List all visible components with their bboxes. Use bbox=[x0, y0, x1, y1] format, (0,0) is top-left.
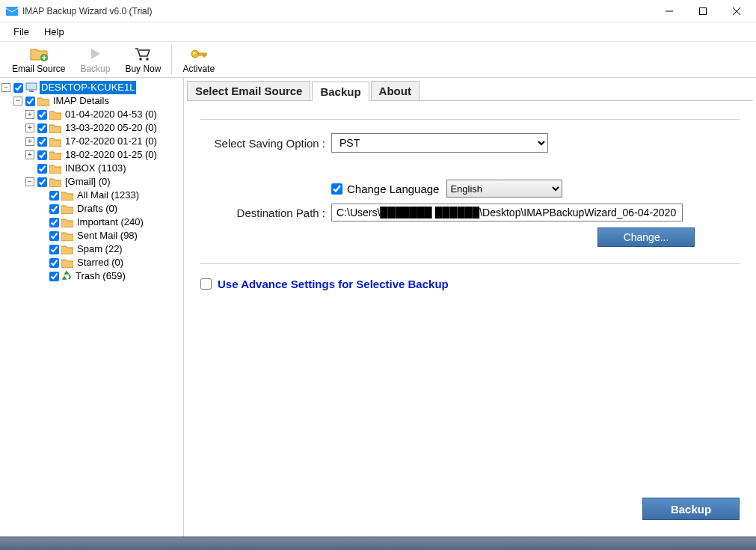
tree-folder-node[interactable]: Trash (659) bbox=[37, 269, 182, 283]
language-select[interactable]: English bbox=[446, 180, 562, 198]
play-icon bbox=[88, 46, 102, 62]
folder-icon bbox=[61, 218, 73, 227]
tree-imap-details[interactable]: − IMAP Details bbox=[13, 94, 182, 108]
tree-folder-node[interactable]: Drafts (0) bbox=[37, 202, 182, 216]
tree-folder-node[interactable]: All Mail (1233) bbox=[37, 189, 182, 202]
advance-settings-link[interactable]: Use Advance Settings for Selective Backu… bbox=[218, 278, 449, 290]
menu-help[interactable]: Help bbox=[37, 23, 72, 40]
folder-icon bbox=[61, 204, 73, 214]
expand-icon[interactable]: + bbox=[25, 137, 34, 146]
maximize-button[interactable] bbox=[686, 1, 719, 22]
svg-rect-12 bbox=[26, 83, 37, 90]
tree-checkbox[interactable] bbox=[49, 218, 59, 227]
tree-gmail-node[interactable]: −[Gmail] (0) bbox=[25, 175, 182, 189]
tree-folder-node[interactable]: +01-04-2020 04-53 (0) bbox=[25, 108, 182, 121]
tree-checkbox[interactable] bbox=[49, 258, 59, 268]
computer-icon bbox=[25, 82, 37, 93]
tree-folder-node[interactable]: Important (240) bbox=[37, 216, 182, 229]
folder-icon bbox=[49, 164, 61, 174]
tab-backup[interactable]: Backup bbox=[312, 82, 369, 101]
key-icon bbox=[190, 46, 208, 62]
content-panel: Select Email Source Backup About Select … bbox=[184, 78, 756, 537]
tree-checkbox[interactable] bbox=[37, 110, 47, 120]
svg-rect-0 bbox=[6, 7, 18, 16]
tab-select-email-source[interactable]: Select Email Source bbox=[187, 81, 310, 100]
collapse-icon[interactable]: − bbox=[13, 97, 22, 106]
tree-folder-node[interactable]: INBOX (1103) bbox=[25, 162, 182, 175]
divider bbox=[200, 263, 740, 264]
toolbar-separator bbox=[171, 45, 172, 74]
tree-checkbox[interactable] bbox=[37, 177, 47, 187]
minimize-button[interactable] bbox=[652, 1, 686, 22]
recycle-icon bbox=[61, 271, 72, 281]
tree-folder-node[interactable]: Sent Mail (98) bbox=[37, 229, 182, 242]
tree-folder-node[interactable]: Spam (22) bbox=[37, 242, 182, 256]
activate-button[interactable]: Activate bbox=[175, 42, 222, 77]
change-language-label: Change Language bbox=[347, 183, 439, 195]
folder-icon bbox=[49, 123, 61, 133]
email-source-button[interactable]: Email Source bbox=[4, 42, 73, 77]
divider bbox=[200, 119, 740, 120]
buy-now-button[interactable]: Buy Now bbox=[117, 42, 168, 77]
app-icon bbox=[6, 5, 18, 17]
tabs: Select Email Source Backup About bbox=[187, 81, 753, 101]
tree-checkbox[interactable] bbox=[37, 123, 47, 133]
tree-checkbox[interactable] bbox=[49, 204, 59, 214]
saving-option-label: Select Saving Option : bbox=[200, 137, 331, 150]
svg-point-7 bbox=[147, 58, 150, 61]
svg-point-9 bbox=[193, 52, 195, 54]
tree-folder-node[interactable]: +13-03-2020 05-20 (0) bbox=[25, 121, 182, 135]
backup-toolbar-button[interactable]: Backup bbox=[73, 42, 117, 77]
tree-checkbox[interactable] bbox=[49, 191, 59, 201]
advance-settings-checkbox[interactable] bbox=[200, 278, 212, 290]
folder-icon bbox=[61, 231, 73, 241]
svg-point-6 bbox=[140, 58, 143, 61]
tree-checkbox[interactable] bbox=[37, 137, 47, 147]
backup-button[interactable]: Backup bbox=[642, 498, 740, 520]
close-button[interactable] bbox=[719, 1, 753, 22]
tree-folder-node[interactable]: Starred (0) bbox=[37, 256, 182, 269]
collapse-icon[interactable]: − bbox=[1, 83, 10, 92]
destination-path-label: Destination Path : bbox=[200, 207, 331, 219]
tree-checkbox[interactable] bbox=[25, 97, 35, 106]
folder-icon bbox=[49, 110, 61, 120]
folder-plus-icon bbox=[30, 46, 48, 62]
toolbar: Email Source Backup Buy Now Activate bbox=[0, 42, 756, 78]
tree-checkbox[interactable] bbox=[13, 83, 23, 93]
tree-checkbox[interactable] bbox=[49, 272, 59, 281]
window-title: IMAP Backup Wizard v6.0 (Trial) bbox=[22, 6, 652, 16]
svg-rect-2 bbox=[699, 7, 706, 14]
expand-icon[interactable]: + bbox=[25, 110, 34, 119]
folder-icon bbox=[61, 191, 73, 201]
tree-folder-node[interactable]: +18-02-2020 01-25 (0) bbox=[25, 148, 182, 162]
folder-icon bbox=[37, 97, 49, 106]
folder-icon bbox=[49, 150, 61, 160]
folder-icon bbox=[61, 245, 73, 254]
folder-icon bbox=[49, 137, 61, 147]
collapse-icon[interactable]: − bbox=[25, 177, 34, 186]
expand-icon[interactable]: + bbox=[25, 150, 34, 159]
tree-root-node[interactable]: − DESKTOP-KCUKE1L bbox=[1, 81, 182, 94]
tree-checkbox[interactable] bbox=[37, 164, 47, 174]
statusbar bbox=[0, 537, 756, 550]
svg-rect-13 bbox=[29, 91, 34, 92]
tree-folder-node[interactable]: +17-02-2020 01-21 (0) bbox=[25, 135, 182, 148]
folder-tree[interactable]: − DESKTOP-KCUKE1L − IMAP Details +01-04-… bbox=[0, 78, 184, 537]
tree-checkbox[interactable] bbox=[49, 231, 59, 241]
tab-about[interactable]: About bbox=[371, 81, 420, 100]
saving-option-select[interactable]: PST bbox=[331, 133, 548, 153]
tree-checkbox[interactable] bbox=[49, 245, 59, 254]
folder-icon bbox=[61, 258, 73, 268]
change-language-checkbox[interactable] bbox=[331, 183, 342, 195]
svg-rect-11 bbox=[203, 55, 205, 57]
folder-icon bbox=[49, 177, 61, 187]
menu-file[interactable]: File bbox=[6, 23, 37, 40]
change-path-button[interactable]: Change... bbox=[597, 227, 695, 247]
cart-icon bbox=[134, 46, 152, 62]
menubar: File Help bbox=[0, 22, 756, 42]
tree-checkbox[interactable] bbox=[37, 150, 47, 160]
destination-path-input[interactable] bbox=[331, 204, 683, 221]
titlebar: IMAP Backup Wizard v6.0 (Trial) bbox=[0, 0, 756, 22]
expand-icon[interactable]: + bbox=[25, 123, 34, 132]
